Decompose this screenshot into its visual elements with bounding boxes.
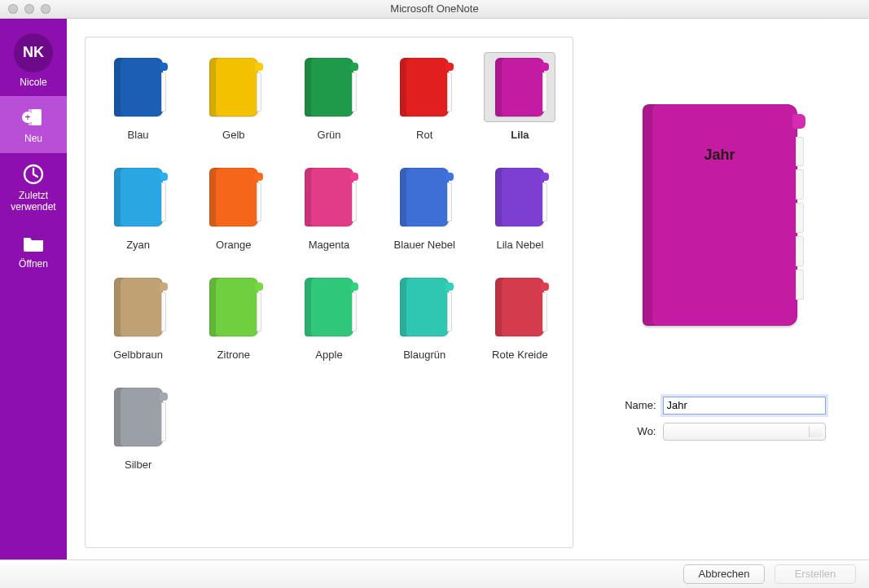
notebook-icon bbox=[400, 168, 449, 226]
notebook-icon bbox=[114, 278, 163, 336]
user-name: Nicole bbox=[20, 77, 46, 89]
color-swatch-rot[interactable]: Rot bbox=[377, 49, 472, 141]
notebook-icon bbox=[305, 58, 353, 116]
footer: Abbrechen Erstellen bbox=[0, 559, 869, 588]
color-swatch-grün[interactable]: Grün bbox=[281, 49, 376, 141]
svg-text:+: + bbox=[24, 112, 30, 123]
notebook-icon bbox=[400, 58, 449, 116]
color-swatch-rote-kreide[interactable]: Rote Kreide bbox=[472, 269, 568, 361]
folder-open-icon bbox=[20, 231, 47, 254]
sidebar: NK Nicole + Neu Zuletzt verwendet bbox=[0, 19, 67, 559]
window-minimize-button[interactable] bbox=[24, 4, 34, 14]
notebook-preview: Jahr bbox=[643, 104, 797, 326]
where-label: Wo: bbox=[614, 425, 656, 437]
swatch-label: Lila Nebel bbox=[496, 239, 543, 251]
notebook-icon bbox=[114, 58, 163, 116]
sidebar-item-label: Neu bbox=[24, 134, 42, 145]
sidebar-account[interactable]: NK Nicole bbox=[0, 19, 67, 97]
swatch-label: Blauer Nebel bbox=[394, 239, 455, 251]
swatch-label: Apple bbox=[315, 349, 342, 361]
color-swatch-blauer-nebel[interactable]: Blauer Nebel bbox=[377, 159, 472, 251]
swatch-label: Gelb bbox=[222, 129, 244, 141]
notebook-icon bbox=[209, 58, 258, 116]
swatch-label: Lila bbox=[511, 129, 529, 141]
name-label: Name: bbox=[614, 399, 656, 411]
create-button[interactable]: Erstellen bbox=[775, 564, 856, 584]
swatch-label: Rote Kreide bbox=[492, 349, 548, 361]
sidebar-item-open[interactable]: Öffnen bbox=[0, 222, 67, 279]
color-picker-panel: BlauGelbGrünRotLilaZyanOrangeMagentaBlau… bbox=[85, 37, 573, 548]
notebook-icon bbox=[114, 388, 163, 446]
sidebar-item-recent[interactable]: Zuletzt verwendet bbox=[0, 153, 67, 222]
name-input[interactable] bbox=[663, 397, 826, 415]
sidebar-item-new[interactable]: + Neu bbox=[0, 96, 67, 153]
swatch-label: Blau bbox=[128, 129, 149, 141]
swatch-label: Blaugrün bbox=[403, 349, 445, 361]
window-title: Microsoft OneNote bbox=[0, 2, 869, 15]
main-area: BlauGelbGrünRotLilaZyanOrangeMagentaBlau… bbox=[67, 19, 869, 559]
notebook-icon bbox=[114, 168, 163, 226]
color-swatch-gelb[interactable]: Gelb bbox=[186, 49, 281, 141]
notebook-icon bbox=[400, 278, 449, 336]
swatch-label: Grün bbox=[318, 129, 341, 141]
chevron-updown-icon: ▴▾ bbox=[815, 427, 819, 438]
color-swatch-zitrone[interactable]: Zitrone bbox=[186, 269, 281, 361]
color-swatch-gelbbraun[interactable]: Gelbbraun bbox=[90, 269, 186, 361]
notebook-icon bbox=[209, 168, 258, 226]
window-zoom-button[interactable] bbox=[41, 4, 50, 14]
color-swatch-lila[interactable]: Lila bbox=[472, 49, 568, 141]
swatch-label: Gelbbraun bbox=[113, 349, 163, 361]
color-swatch-orange[interactable]: Orange bbox=[186, 159, 281, 251]
create-button-label: Erstellen bbox=[795, 568, 836, 580]
preview-pane: Jahr Name: Wo: ▴▾ bbox=[573, 37, 851, 548]
window: Microsoft OneNote NK Nicole + Neu Zu bbox=[0, 0, 869, 588]
swatch-label: Rot bbox=[416, 129, 432, 141]
cancel-button[interactable]: Abbrechen bbox=[683, 564, 765, 584]
notebook-icon bbox=[209, 278, 258, 336]
notebook-icon bbox=[495, 168, 544, 226]
where-select[interactable]: ▴▾ bbox=[663, 423, 826, 441]
new-notebook-icon: + bbox=[20, 106, 47, 129]
color-swatch-silber[interactable]: Silber bbox=[90, 379, 186, 471]
sidebar-item-label: Öffnen bbox=[19, 259, 48, 270]
notebook-icon bbox=[305, 278, 353, 336]
swatch-label: Zitrone bbox=[217, 349, 250, 361]
notebook-icon bbox=[495, 278, 544, 336]
swatch-label: Orange bbox=[216, 239, 251, 251]
clock-icon bbox=[20, 163, 47, 186]
window-close-button[interactable] bbox=[8, 4, 18, 14]
titlebar: Microsoft OneNote bbox=[0, 0, 869, 19]
color-swatch-zyan[interactable]: Zyan bbox=[90, 159, 186, 251]
notebook-icon bbox=[305, 168, 353, 226]
color-swatch-apple[interactable]: Apple bbox=[281, 269, 376, 361]
avatar: NK bbox=[14, 33, 53, 72]
new-notebook-form: Name: Wo: ▴▾ bbox=[614, 397, 826, 449]
sidebar-item-label: Zuletzt verwendet bbox=[0, 191, 67, 213]
preview-title: Jahr bbox=[704, 147, 735, 164]
color-swatch-lila-nebel[interactable]: Lila Nebel bbox=[472, 159, 568, 251]
notebook-icon bbox=[495, 58, 544, 116]
swatch-label: Silber bbox=[125, 459, 151, 471]
swatch-label: Zyan bbox=[126, 239, 150, 251]
color-swatch-blaugrün[interactable]: Blaugrün bbox=[377, 269, 472, 361]
avatar-initials: NK bbox=[23, 44, 44, 61]
cancel-button-label: Abbrechen bbox=[699, 568, 750, 580]
swatch-label: Magenta bbox=[309, 239, 350, 251]
color-swatch-magenta[interactable]: Magenta bbox=[281, 159, 376, 251]
color-swatch-blau[interactable]: Blau bbox=[90, 49, 186, 141]
